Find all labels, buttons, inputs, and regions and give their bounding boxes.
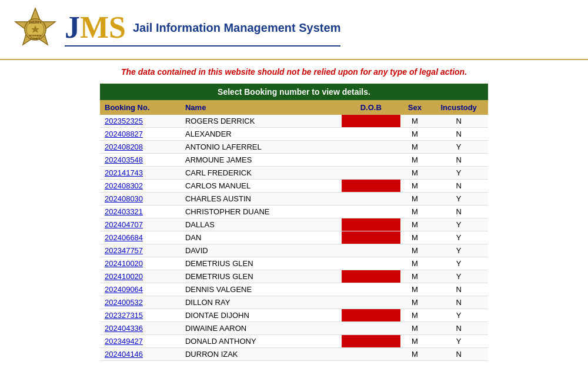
sex-cell: M xyxy=(400,257,430,270)
booking-link[interactable]: 202400532 xyxy=(105,298,143,307)
table-row: 202404336DIWAINE AARONMN xyxy=(100,322,488,335)
booking-link[interactable]: 202410020 xyxy=(105,272,143,281)
name-cell: ALEXANDER xyxy=(181,128,342,141)
dob-cell xyxy=(342,283,400,296)
booking-cell: 202403548 xyxy=(100,154,181,167)
jims-j-letter: J xyxy=(65,12,80,43)
table-row: 202349427DONALD ANTHONYMY xyxy=(100,335,488,348)
incustody-cell: Y xyxy=(429,335,488,348)
name-cell: CARL FREDERICK xyxy=(181,167,342,180)
incustody-cell: N xyxy=(429,296,488,309)
dob-cell xyxy=(342,218,400,231)
booking-link[interactable]: 202349427 xyxy=(105,337,143,346)
booking-link[interactable]: 202141743 xyxy=(105,168,143,177)
incustody-cell: N xyxy=(429,205,488,218)
booking-link[interactable]: 202352325 xyxy=(105,117,143,125)
name-cell: DEMETRIUS GLEN xyxy=(181,270,342,283)
incustody-cell: N xyxy=(429,322,488,335)
bookings-table: Select Booking number to view details. B… xyxy=(100,84,488,361)
name-cell: DURRON IZAK xyxy=(181,348,342,361)
booking-cell: 202408030 xyxy=(100,193,181,205)
col-header-name: Name xyxy=(181,100,342,115)
name-cell: DAN xyxy=(181,231,342,244)
dob-cell xyxy=(342,205,400,218)
booking-cell: 202409064 xyxy=(100,283,181,296)
booking-link[interactable]: 202347757 xyxy=(105,246,143,255)
booking-cell: 202408208 xyxy=(100,141,181,154)
booking-link[interactable]: 202408030 xyxy=(105,194,143,203)
sex-cell: M xyxy=(400,335,430,348)
name-cell: DONALD ANTHONY xyxy=(181,335,342,348)
sex-cell: M xyxy=(400,231,430,244)
booking-cell: 202327315 xyxy=(100,309,181,322)
name-cell: ROGERS DERRICK xyxy=(181,115,342,128)
booking-link[interactable]: 202408208 xyxy=(105,142,143,151)
name-cell: DILLON RAY xyxy=(181,296,342,309)
incustody-cell: N xyxy=(429,115,488,128)
sex-cell: M xyxy=(400,322,430,335)
header: SHERIFF RIVERSIDE COUNTY J MS Jail Infor… xyxy=(0,0,588,60)
incustody-cell: Y xyxy=(429,309,488,322)
booking-link[interactable]: 202403548 xyxy=(105,155,143,164)
dob-cell xyxy=(342,322,400,335)
name-cell: DAVID xyxy=(181,244,342,257)
sex-cell: M xyxy=(400,348,430,361)
col-header-sex: Sex xyxy=(400,100,430,115)
booking-link[interactable]: 202408827 xyxy=(105,130,143,138)
table-row: 202410020DEMETRIUS GLENMY xyxy=(100,257,488,270)
table-title: Select Booking number to view details. xyxy=(100,84,488,100)
table-row: 202408208ANTONIO LAFERRELMY xyxy=(100,141,488,154)
sex-cell: M xyxy=(400,193,430,205)
incustody-cell: N xyxy=(429,154,488,167)
booking-cell: 202404707 xyxy=(100,218,181,231)
booking-link[interactable]: 202404336 xyxy=(105,324,143,333)
name-cell: DALLAS xyxy=(181,218,342,231)
table-row: 202327315DIONTAE DIJOHNMY xyxy=(100,309,488,322)
incustody-cell: N xyxy=(429,180,488,193)
table-container: Select Booking number to view details. B… xyxy=(0,84,588,368)
booking-link[interactable]: 202409064 xyxy=(105,285,143,294)
booking-link[interactable]: 202404146 xyxy=(105,350,143,359)
name-cell: ANTONIO LAFERREL xyxy=(181,141,342,154)
dob-cell xyxy=(342,115,400,128)
incustody-cell: N xyxy=(429,348,488,361)
table-row: 202403321CHRISTOPHER DUANEMN xyxy=(100,205,488,218)
incustody-cell: Y xyxy=(429,167,488,180)
name-cell: CARLOS MANUEL xyxy=(181,180,342,193)
dob-cell xyxy=(342,348,400,361)
booking-cell: 202410020 xyxy=(100,257,181,270)
sex-cell: M xyxy=(400,141,430,154)
name-cell: CHRISTOPHER DUANE xyxy=(181,205,342,218)
sex-cell: M xyxy=(400,115,430,128)
incustody-cell: N xyxy=(429,128,488,141)
booking-cell: 202410020 xyxy=(100,270,181,283)
booking-cell: 202141743 xyxy=(100,167,181,180)
table-title-row: Select Booking number to view details. xyxy=(100,84,488,100)
booking-cell: 202404336 xyxy=(100,322,181,335)
sex-cell: M xyxy=(400,180,430,193)
booking-link[interactable]: 202406684 xyxy=(105,233,143,242)
dob-cell xyxy=(342,180,400,193)
dob-cell xyxy=(342,167,400,180)
booking-cell: 202406684 xyxy=(100,231,181,244)
table-row: 202404707DALLASMY xyxy=(100,218,488,231)
booking-link[interactable]: 202408302 xyxy=(105,181,143,190)
booking-link[interactable]: 202403321 xyxy=(105,207,143,216)
sex-cell: M xyxy=(400,283,430,296)
table-row: 202408302CARLOS MANUELMN xyxy=(100,180,488,193)
booking-link[interactable]: 202327315 xyxy=(105,311,143,320)
booking-link[interactable]: 202410020 xyxy=(105,259,143,268)
table-row: 202409064DENNIS VALGENEMN xyxy=(100,283,488,296)
col-header-booking: Booking No. xyxy=(100,100,181,115)
table-row: 202400532DILLON RAYMN xyxy=(100,296,488,309)
dob-cell xyxy=(342,154,400,167)
sex-cell: M xyxy=(400,244,430,257)
booking-link[interactable]: 202404707 xyxy=(105,220,143,229)
sex-cell: M xyxy=(400,296,430,309)
dob-cell xyxy=(342,128,400,141)
name-cell: CHARLES AUSTIN xyxy=(181,193,342,205)
incustody-cell: Y xyxy=(429,218,488,231)
table-row: 202141743CARL FREDERICKMY xyxy=(100,167,488,180)
name-cell: ARMOUNE JAMES xyxy=(181,154,342,167)
jims-subtitle: Jail Information Management System xyxy=(133,21,340,35)
